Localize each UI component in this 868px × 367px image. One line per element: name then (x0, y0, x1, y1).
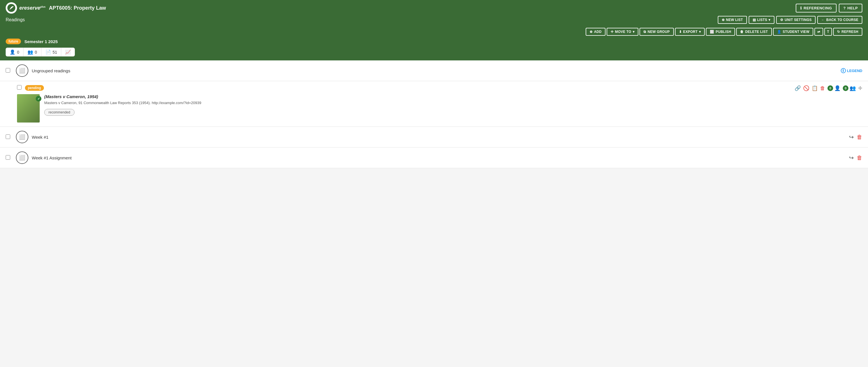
refresh-icon: ↻ (837, 30, 840, 34)
publish-button[interactable]: ⬜ PUBLISH (706, 28, 735, 36)
reading-citation: Masters v Cameron, 91 Commonwealth Law R… (44, 101, 862, 105)
reading-header: pending 🔗 🚫 📋 🗑 0 👤 0 👥 (17, 85, 862, 91)
export-button[interactable]: ⬇ EXPORT ▾ (675, 28, 705, 36)
plus-icon: ⊕ (722, 18, 724, 22)
export-icon: ⬇ (679, 30, 682, 34)
content: ⬜ Ungrouped readings ℹ LEGEND pending 🔗 … (0, 60, 868, 168)
align-icon: ⇌ (817, 30, 820, 34)
logo-circle (6, 2, 17, 13)
week1-checkbox[interactable] (6, 134, 10, 139)
ungrouped-checkbox-area[interactable] (6, 68, 12, 73)
add-button[interactable]: ⊕ ADD (586, 28, 606, 36)
stat-users: 👤 0 (6, 48, 24, 56)
trash-icon: 🗑 (740, 30, 744, 34)
book-cover: ✓ (17, 94, 40, 123)
move-icon: ✛ (611, 30, 614, 34)
ungrouped-checkbox[interactable] (6, 68, 10, 72)
back-to-course-button[interactable]: ← BACK TO COURSE (817, 16, 862, 24)
referencing-button[interactable]: ℹ REFERENCING (796, 4, 837, 12)
link-icon[interactable]: 🔗 (795, 85, 801, 91)
student-icon: 👤 (777, 30, 781, 34)
add-icon: ⊕ (590, 30, 592, 34)
chevron-down-icon: ▾ (769, 18, 770, 22)
chevron-down-icon: ▾ (633, 30, 634, 34)
week1-actions: ↪ 🗑 (849, 133, 862, 141)
align-button[interactable]: ⇌ (814, 28, 823, 36)
copy-icon[interactable]: 📋 (812, 85, 818, 91)
logo-text: ereserveplus (19, 5, 45, 11)
move-to-folder-icon[interactable]: ↪ (849, 133, 854, 141)
move-to-button[interactable]: ✛ MOVE TO ▾ (607, 28, 639, 36)
hide-icon[interactable]: 🚫 (803, 85, 809, 91)
info-icon: ℹ (800, 6, 802, 10)
book-status-dot: ✓ (36, 96, 41, 101)
week1-assignment-title: Week #1 Assignment (32, 155, 846, 160)
legend-link[interactable]: ℹ LEGEND (841, 68, 862, 73)
delete-list-button[interactable]: 🗑 DELETE LIST (736, 28, 772, 36)
gear-icon: ⚙ (780, 18, 783, 22)
chart-icon: 📈 (65, 49, 71, 55)
stats-inner: 👤 0 👥 0 📄 51 📈 (6, 48, 75, 56)
user-assign-icon[interactable]: 👤 (834, 85, 840, 91)
stat-chart[interactable]: 📈 (61, 48, 75, 56)
week1-title: Week #1 (32, 135, 846, 140)
header-left: ereserveplus APT6005: Property Law (6, 2, 106, 13)
group-badge-count: 0 (843, 85, 848, 91)
text-size-button[interactable]: T (824, 28, 832, 36)
group-icon: 👥 (28, 49, 33, 55)
group-assign-icon[interactable]: 👥 (849, 85, 856, 91)
chevron-down-icon: ▾ (699, 30, 701, 34)
week1-assignment-checkbox-area[interactable] (6, 155, 12, 160)
refresh-button[interactable]: ↻ REFRESH (833, 28, 862, 36)
text-size-icon: T (827, 30, 830, 34)
new-group-button[interactable]: ⧉ NEW GROUP (640, 28, 674, 36)
folder-icon: ⬜ (19, 67, 25, 74)
stat-groups: 👥 0 (24, 48, 41, 56)
new-list-button[interactable]: ⊕ NEW LIST (718, 16, 747, 24)
delete-folder-icon[interactable]: 🗑 (857, 155, 862, 161)
future-badge: future (6, 38, 21, 44)
drag-handle-icon[interactable]: ✛ (858, 85, 862, 91)
semester-label: Semester 1 2025 (24, 39, 58, 44)
new-group-icon: ⧉ (644, 30, 646, 34)
info-circle-icon: ℹ (841, 68, 846, 73)
header-buttons: ℹ REFERENCING ? HELP (796, 4, 862, 12)
subheader: Readings ⊕ NEW LIST ▤ LISTS ▾ ⚙ UNIT SET… (0, 16, 868, 27)
reading-left: pending (17, 85, 44, 91)
ungrouped-readings-row: ⬜ Ungrouped readings ℹ LEGEND (0, 60, 868, 81)
term-bar: future Semester 1 2025 (0, 38, 868, 48)
readings-label: Readings (6, 17, 25, 22)
week1-checkbox-area[interactable] (6, 134, 12, 140)
move-to-folder-icon[interactable]: ↪ (849, 154, 854, 161)
header: ereserveplus APT6005: Property Law ℹ REF… (0, 0, 868, 16)
week1-assignment-actions: ↪ 🗑 (849, 154, 862, 161)
help-icon: ? (843, 6, 846, 10)
stat-pages: 📄 51 (41, 48, 62, 56)
ungrouped-folder-icon: ⬜ (16, 64, 28, 77)
logo-icon (7, 4, 15, 12)
delete-icon[interactable]: 🗑 (820, 85, 825, 91)
reading-actions: 🔗 🚫 📋 🗑 0 👤 0 👥 ✛ (795, 85, 862, 91)
help-button[interactable]: ? HELP (839, 4, 862, 12)
lists-icon: ▤ (753, 18, 756, 22)
stats-bar: 👤 0 👥 0 📄 51 📈 (0, 48, 868, 60)
reading-title[interactable]: (Masters v Cameron, 1954) (44, 94, 862, 99)
unit-settings-button[interactable]: ⚙ UNIT SETTINGS (776, 16, 816, 24)
reading-checkbox[interactable] (17, 85, 22, 90)
reading-section: pending 🔗 🚫 📋 🗑 0 👤 0 👥 (0, 81, 868, 127)
delete-folder-icon[interactable]: 🗑 (857, 134, 862, 141)
user-badge-count: 0 (828, 85, 833, 91)
ungrouped-actions: ℹ LEGEND (841, 68, 862, 73)
pages-icon: 📄 (45, 49, 51, 55)
week1-assignment-checkbox[interactable] (6, 155, 10, 160)
folder-icon: ⬜ (19, 134, 25, 140)
student-view-button[interactable]: 👤 STUDENT VIEW (773, 28, 813, 36)
lists-button[interactable]: ▤ LISTS ▾ (749, 16, 774, 24)
logo: ereserveplus (6, 2, 45, 13)
arrow-left-icon: ← (821, 18, 825, 22)
toolbar: ⊕ ADD ✛ MOVE TO ▾ ⧉ NEW GROUP ⬇ EXPORT ▾… (0, 27, 868, 38)
week1-assignment-row: ⬜ Week #1 Assignment ↪ 🗑 (0, 148, 868, 168)
user-icon: 👤 (10, 49, 15, 55)
subheader-buttons: ⊕ NEW LIST ▤ LISTS ▾ ⚙ UNIT SETTINGS ← B… (718, 16, 862, 24)
reading-info: (Masters v Cameron, 1954) Masters v Came… (44, 94, 862, 123)
